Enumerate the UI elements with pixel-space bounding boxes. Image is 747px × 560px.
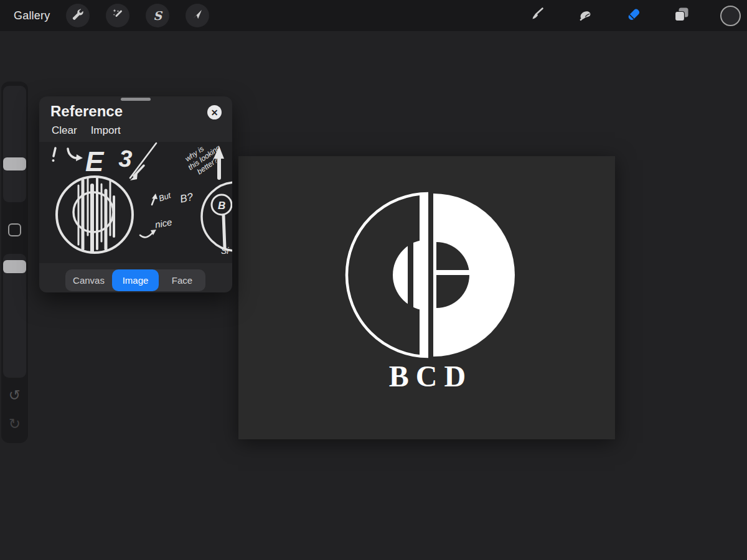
import-button[interactable]: Import: [91, 124, 121, 137]
transform-button[interactable]: [186, 4, 209, 27]
sketch-b-question: B?: [179, 191, 194, 205]
tab-face[interactable]: Face: [159, 269, 205, 291]
transform-arrow-icon: [191, 8, 204, 23]
artwork-canvas[interactable]: BCD: [238, 156, 615, 439]
panel-drag-handle[interactable]: [121, 98, 151, 101]
reference-panel: Reference ✕ Clear Import E 3: [39, 96, 232, 292]
sketch-si: Si: [221, 246, 229, 256]
logo-wordmark: BCD: [389, 360, 472, 393]
reference-panel-title: Reference: [50, 103, 123, 120]
sketch-letter-e: E: [85, 146, 105, 177]
layers-icon: [673, 6, 690, 26]
modify-button[interactable]: [8, 223, 21, 236]
tab-image[interactable]: Image: [112, 269, 159, 291]
color-swatch-button[interactable]: [720, 6, 741, 26]
reference-tab-bar: Canvas Image Face: [65, 269, 205, 291]
undo-icon: ↺: [9, 388, 21, 403]
paint-brush-icon: [529, 6, 545, 25]
opacity-handle[interactable]: [3, 260, 26, 273]
close-icon: ✕: [211, 108, 218, 117]
brush-sidebar: ↺ ↻: [1, 82, 28, 443]
wrench-icon: [72, 8, 84, 23]
smudge-tool-button[interactable]: [573, 4, 597, 27]
clear-button[interactable]: Clear: [52, 124, 77, 137]
magic-wand-icon: [111, 8, 124, 23]
sketch-but: But: [157, 190, 173, 203]
selection-s-icon: S: [153, 9, 162, 22]
procreate-workspace: Gallery S: [0, 0, 747, 560]
sketch-letter-b: B: [218, 200, 225, 212]
eraser-tool-button[interactable]: [622, 4, 646, 27]
eraser-icon: [625, 6, 642, 26]
gallery-button[interactable]: Gallery: [14, 0, 50, 31]
brush-size-handle[interactable]: [3, 157, 26, 170]
sketch-nice: nice: [154, 217, 172, 230]
sketch-numeral-3: 3: [118, 145, 133, 172]
brush-tool-button[interactable]: [525, 4, 548, 27]
brush-size-slider[interactable]: [3, 86, 26, 202]
reference-sketch: E 3 why is this looking better? B?: [39, 142, 232, 263]
redo-button[interactable]: ↻: [1, 414, 28, 433]
undo-button[interactable]: ↺: [1, 386, 28, 404]
layers-button[interactable]: [670, 4, 693, 27]
reference-image[interactable]: E 3 why is this looking better? B?: [39, 142, 232, 263]
redo-icon: ↻: [9, 417, 21, 431]
smudge-finger-icon: [577, 6, 593, 25]
tab-canvas[interactable]: Canvas: [65, 269, 112, 291]
top-toolbar: Gallery S: [0, 0, 747, 31]
selection-button[interactable]: S: [146, 4, 169, 27]
bcd-logo: BCD: [238, 156, 615, 439]
actions-button[interactable]: [66, 4, 90, 27]
close-button[interactable]: ✕: [207, 105, 222, 119]
adjustments-button[interactable]: [106, 4, 129, 27]
